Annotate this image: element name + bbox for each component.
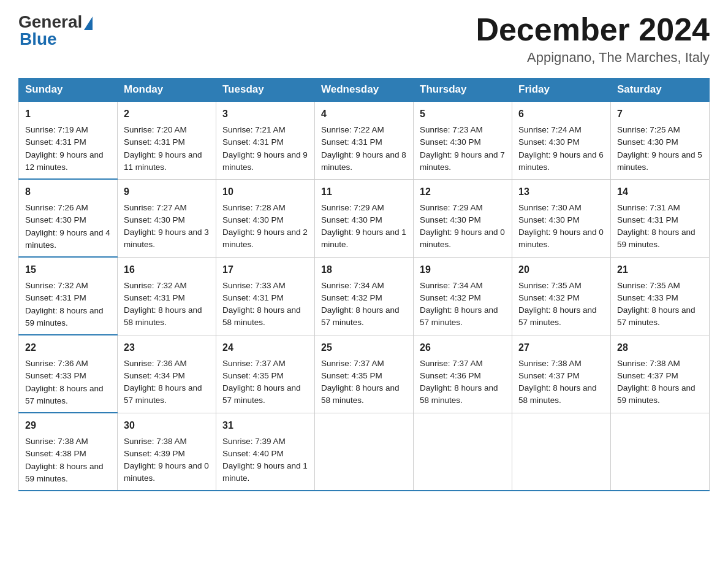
location-subtitle: Appignano, The Marches, Italy xyxy=(476,50,710,66)
day-number: 7 xyxy=(617,107,703,121)
col-wednesday: Wednesday xyxy=(315,79,414,102)
day-number: 28 xyxy=(617,340,703,355)
calendar-day-cell xyxy=(611,413,710,491)
day-number: 13 xyxy=(518,185,604,199)
calendar-day-cell: 4Sunrise: 7:22 AMSunset: 4:31 PMDaylight… xyxy=(315,101,414,179)
logo-triangle-icon xyxy=(84,17,93,30)
calendar-day-cell: 24Sunrise: 7:37 AMSunset: 4:35 PMDayligh… xyxy=(216,335,315,413)
calendar-day-cell: 19Sunrise: 7:34 AMSunset: 4:32 PMDayligh… xyxy=(414,257,512,335)
logo: General Blue xyxy=(18,12,93,49)
calendar-day-cell: 29Sunrise: 7:38 AMSunset: 4:38 PMDayligh… xyxy=(19,413,118,491)
day-number: 17 xyxy=(222,262,308,277)
day-number: 1 xyxy=(25,107,111,121)
day-number: 24 xyxy=(222,340,308,355)
day-number: 15 xyxy=(25,262,111,277)
day-number: 16 xyxy=(124,262,210,277)
calendar-day-cell: 27Sunrise: 7:38 AMSunset: 4:37 PMDayligh… xyxy=(512,335,611,413)
calendar-day-cell xyxy=(512,413,611,491)
col-saturday: Saturday xyxy=(611,79,710,102)
calendar-day-cell: 10Sunrise: 7:28 AMSunset: 4:30 PMDayligh… xyxy=(216,179,315,257)
day-number: 10 xyxy=(222,185,308,199)
day-number: 26 xyxy=(420,340,506,355)
day-number: 11 xyxy=(321,185,407,199)
day-number: 29 xyxy=(25,418,111,433)
calendar-day-cell: 7Sunrise: 7:25 AMSunset: 4:30 PMDaylight… xyxy=(611,101,710,179)
day-number: 18 xyxy=(321,262,407,277)
day-number: 8 xyxy=(25,185,111,199)
calendar-day-cell: 16Sunrise: 7:32 AMSunset: 4:31 PMDayligh… xyxy=(118,257,216,335)
calendar-day-cell: 22Sunrise: 7:36 AMSunset: 4:33 PMDayligh… xyxy=(19,335,118,413)
calendar-week-row: 1Sunrise: 7:19 AMSunset: 4:31 PMDaylight… xyxy=(19,101,710,179)
calendar-day-cell xyxy=(414,413,512,491)
calendar-day-cell: 20Sunrise: 7:35 AMSunset: 4:32 PMDayligh… xyxy=(512,257,611,335)
calendar-day-cell: 14Sunrise: 7:31 AMSunset: 4:31 PMDayligh… xyxy=(611,179,710,257)
day-number: 9 xyxy=(124,185,210,199)
day-number: 3 xyxy=(222,107,308,121)
col-monday: Monday xyxy=(118,79,216,102)
day-number: 5 xyxy=(420,107,506,121)
calendar-day-cell: 31Sunrise: 7:39 AMSunset: 4:40 PMDayligh… xyxy=(216,413,315,491)
calendar-day-cell: 28Sunrise: 7:38 AMSunset: 4:37 PMDayligh… xyxy=(611,335,710,413)
calendar-day-cell: 18Sunrise: 7:34 AMSunset: 4:32 PMDayligh… xyxy=(315,257,414,335)
calendar-day-cell: 9Sunrise: 7:27 AMSunset: 4:30 PMDaylight… xyxy=(118,179,216,257)
calendar-day-cell: 21Sunrise: 7:35 AMSunset: 4:33 PMDayligh… xyxy=(611,257,710,335)
day-number: 30 xyxy=(124,418,210,433)
col-tuesday: Tuesday xyxy=(216,79,315,102)
day-number: 20 xyxy=(518,262,604,277)
calendar-week-row: 8Sunrise: 7:26 AMSunset: 4:30 PMDaylight… xyxy=(19,179,710,257)
calendar-day-cell: 23Sunrise: 7:36 AMSunset: 4:34 PMDayligh… xyxy=(118,335,216,413)
calendar-week-row: 22Sunrise: 7:36 AMSunset: 4:33 PMDayligh… xyxy=(19,335,710,413)
title-section: December 2024 Appignano, The Marches, It… xyxy=(476,12,710,66)
day-number: 25 xyxy=(321,340,407,355)
day-number: 27 xyxy=(518,340,604,355)
calendar-day-cell: 5Sunrise: 7:23 AMSunset: 4:30 PMDaylight… xyxy=(414,101,512,179)
calendar-week-row: 15Sunrise: 7:32 AMSunset: 4:31 PMDayligh… xyxy=(19,257,710,335)
day-number: 22 xyxy=(25,340,111,355)
calendar-day-cell xyxy=(315,413,414,491)
col-thursday: Thursday xyxy=(414,79,512,102)
day-number: 12 xyxy=(420,185,506,199)
day-number: 2 xyxy=(124,107,210,121)
calendar-day-cell: 3Sunrise: 7:21 AMSunset: 4:31 PMDaylight… xyxy=(216,101,315,179)
day-number: 6 xyxy=(518,107,604,121)
calendar-day-cell: 26Sunrise: 7:37 AMSunset: 4:36 PMDayligh… xyxy=(414,335,512,413)
page-header: General Blue December 2024 Appignano, Th… xyxy=(18,12,710,66)
col-friday: Friday xyxy=(512,79,611,102)
calendar-day-cell: 11Sunrise: 7:29 AMSunset: 4:30 PMDayligh… xyxy=(315,179,414,257)
logo-blue-text: Blue xyxy=(18,29,57,49)
day-number: 4 xyxy=(321,107,407,121)
col-sunday: Sunday xyxy=(19,79,118,102)
calendar-day-cell: 17Sunrise: 7:33 AMSunset: 4:31 PMDayligh… xyxy=(216,257,315,335)
day-number: 14 xyxy=(617,185,703,199)
calendar-table: Sunday Monday Tuesday Wednesday Thursday… xyxy=(18,78,710,491)
day-number: 31 xyxy=(222,418,308,433)
calendar-header-row: Sunday Monday Tuesday Wednesday Thursday… xyxy=(19,79,710,102)
calendar-day-cell: 15Sunrise: 7:32 AMSunset: 4:31 PMDayligh… xyxy=(19,257,118,335)
day-number: 19 xyxy=(420,262,506,277)
month-title: December 2024 xyxy=(476,12,710,47)
calendar-day-cell: 1Sunrise: 7:19 AMSunset: 4:31 PMDaylight… xyxy=(19,101,118,179)
calendar-day-cell: 2Sunrise: 7:20 AMSunset: 4:31 PMDaylight… xyxy=(118,101,216,179)
calendar-day-cell: 12Sunrise: 7:29 AMSunset: 4:30 PMDayligh… xyxy=(414,179,512,257)
calendar-day-cell: 6Sunrise: 7:24 AMSunset: 4:30 PMDaylight… xyxy=(512,101,611,179)
calendar-week-row: 29Sunrise: 7:38 AMSunset: 4:38 PMDayligh… xyxy=(19,413,710,491)
day-number: 23 xyxy=(124,340,210,355)
calendar-day-cell: 13Sunrise: 7:30 AMSunset: 4:30 PMDayligh… xyxy=(512,179,611,257)
calendar-day-cell: 25Sunrise: 7:37 AMSunset: 4:35 PMDayligh… xyxy=(315,335,414,413)
day-number: 21 xyxy=(617,262,703,277)
calendar-day-cell: 30Sunrise: 7:38 AMSunset: 4:39 PMDayligh… xyxy=(118,413,216,491)
calendar-day-cell: 8Sunrise: 7:26 AMSunset: 4:30 PMDaylight… xyxy=(19,179,118,257)
